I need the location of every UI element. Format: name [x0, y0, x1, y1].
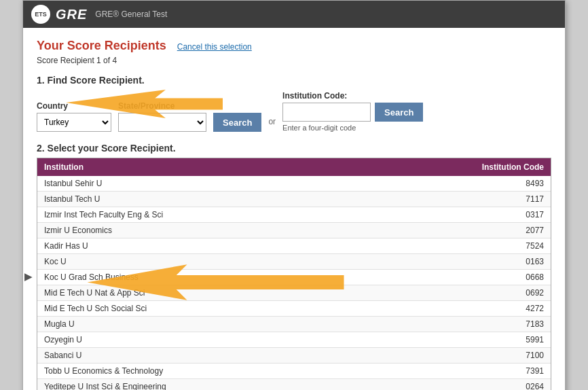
country-label: Country: [37, 101, 111, 111]
institution-name: Koc U: [37, 254, 456, 270]
col-institution-header: Institution: [37, 158, 456, 176]
table-row[interactable]: Tobb U Economics & Technology 7391: [37, 364, 551, 379]
country-select[interactable]: Turkey: [37, 113, 111, 132]
page-title: Your Score Recipients: [37, 39, 166, 53]
institution-name: Tobb U Economics & Technology: [37, 364, 456, 379]
header-subtitle: GRE® General Test: [95, 10, 167, 19]
col-code-header: Institution Code: [456, 158, 551, 176]
find-search-button[interactable]: Search: [213, 113, 261, 132]
institution-code-label: Institution Code:: [282, 91, 423, 101]
table-header-row: Institution Institution Code: [37, 158, 551, 176]
section2-label: 2. Select your Score Recipient.: [37, 143, 551, 154]
institution-code-cell: 0692: [456, 285, 551, 301]
table-row[interactable]: Mid E Tech U Sch Social Sci 4272: [37, 301, 551, 317]
table-row[interactable]: Sabanci U 7100: [37, 348, 551, 364]
institution-name: Yeditepe U Inst Sci & Engineering: [37, 379, 456, 391]
table-row[interactable]: Izmir U Economics 2077: [37, 223, 551, 238]
state-field-group: State/Province: [118, 101, 206, 132]
gre-logo-text: GRE: [56, 7, 87, 22]
institution-code-cell: 4272: [456, 301, 551, 317]
institution-code-cell: 5991: [456, 332, 551, 348]
table-row[interactable]: Mid E Tech U Nat & App Sci 0692: [37, 285, 551, 301]
institution-name: Kadir Has U: [37, 238, 456, 254]
page-title-row: Your Score Recipients Cancel this select…: [37, 39, 551, 53]
institution-code-section: Institution Code: Search Enter a four-di…: [282, 91, 423, 132]
state-select[interactable]: [118, 113, 206, 132]
section1-label: 1. Find Score Recipient.: [37, 75, 551, 86]
institution-code-cell: 2077: [456, 223, 551, 238]
institution-name: Izmir Inst Tech Faculty Eng & Sci: [37, 207, 456, 223]
country-field-group: Country Turkey: [37, 101, 111, 132]
find-row: Country Turkey State/Province Search or …: [37, 91, 551, 132]
score-recipient-status: Score Recipient 1 of 4: [37, 56, 551, 65]
table-row[interactable]: Yeditepe U Inst Sci & Engineering 0264: [37, 379, 551, 391]
table-row[interactable]: Mugla U 7183: [37, 317, 551, 332]
institution-name: Istanbul Tech U: [37, 192, 456, 207]
institution-name: Koc U Grad Sch Business: [37, 270, 456, 285]
table-row[interactable]: Kadir Has U 7524: [37, 238, 551, 254]
institution-name: Mid E Tech U Sch Social Sci: [37, 301, 456, 317]
institution-name: Sabanci U: [37, 348, 456, 364]
institution-code-cell: 7391: [456, 364, 551, 379]
institution-code-cell: 7524: [456, 238, 551, 254]
institution-name: Istanbul Sehir U: [37, 176, 456, 192]
institution-code-cell: 0163: [456, 254, 551, 270]
institution-table-wrapper: Institution Institution Code Istanbul Se…: [37, 158, 551, 390]
institution-code-cell: 0264: [456, 379, 551, 391]
cancel-link[interactable]: Cancel this selection: [177, 42, 252, 52]
institution-table: Institution Institution Code Istanbul Se…: [37, 158, 551, 390]
state-label: State/Province: [118, 101, 206, 111]
table-container: ▶ Institution Institution Code Istanbul …: [37, 158, 551, 390]
ets-logo: ETS: [31, 5, 50, 24]
table-row[interactable]: Istanbul Tech U 7117: [37, 192, 551, 207]
institution-name: Mid E Tech U Nat & App Sci: [37, 285, 456, 301]
or-divider: or: [268, 113, 276, 132]
institution-code-hint: Enter a four-digit code: [282, 124, 423, 132]
table-row[interactable]: Istanbul Sehir U 8493: [37, 176, 551, 192]
institution-code-cell: 0668: [456, 270, 551, 285]
institution-name: Ozyegin U: [37, 332, 456, 348]
table-row[interactable]: Izmir Inst Tech Faculty Eng & Sci 0317: [37, 207, 551, 223]
institution-code-cell: 7117: [456, 192, 551, 207]
institution-code-row: Search: [282, 103, 423, 122]
institution-name: Izmir U Economics: [37, 223, 456, 238]
institution-name: Mugla U: [37, 317, 456, 332]
institution-code-cell: 0317: [456, 207, 551, 223]
table-row[interactable]: Koc U Grad Sch Business 0668: [37, 270, 551, 285]
institution-code-cell: 7183: [456, 317, 551, 332]
institution-search-button[interactable]: Search: [375, 103, 423, 122]
table-row[interactable]: Ozyegin U 5991: [37, 332, 551, 348]
app-header: ETS GRE GRE® General Test: [23, 1, 565, 28]
side-arrow-icon: ▶: [24, 271, 32, 282]
table-row[interactable]: Koc U 0163: [37, 254, 551, 270]
institution-code-input[interactable]: [282, 103, 371, 122]
institution-code-cell: 7100: [456, 348, 551, 364]
institution-code-cell: 8493: [456, 176, 551, 192]
